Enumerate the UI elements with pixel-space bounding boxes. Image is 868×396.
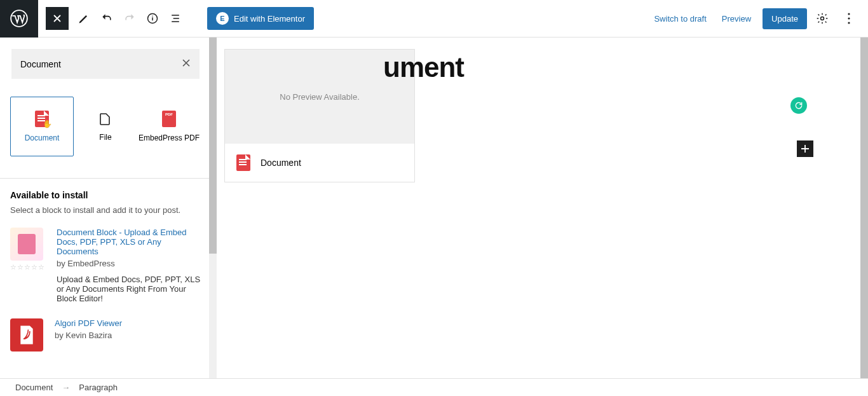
add-block-button[interactable] bbox=[797, 140, 813, 157]
plugin-author: by EmbedPress bbox=[57, 259, 201, 268]
edit-with-elementor-button[interactable]: E Edit with Elementor bbox=[207, 7, 314, 30]
plugin-thumbnail bbox=[10, 318, 43, 352]
pdf-block-icon: PDF bbox=[162, 111, 176, 127]
block-item-embedpress-pdf[interactable]: PDF EmbedPress PDF bbox=[137, 97, 201, 156]
canvas-scrollbar[interactable] bbox=[860, 38, 868, 378]
block-results-grid: ✋ Document File PDF EmbedPress PDF bbox=[0, 79, 211, 169]
switch-to-draft-link[interactable]: Switch to draft bbox=[646, 14, 714, 24]
clear-search-icon[interactable] bbox=[182, 58, 191, 70]
block-inserter-sidebar: ✋ Document File PDF EmbedPress PDF Avail… bbox=[0, 38, 212, 378]
plugin-thumb-col: ☆☆☆☆☆ bbox=[10, 228, 45, 303]
elementor-icon: E bbox=[216, 12, 229, 25]
block-label: File bbox=[99, 133, 111, 142]
svg-point-4 bbox=[848, 17, 850, 19]
block-label: Document bbox=[25, 133, 60, 142]
breadcrumb-footer: Document → Paragraph bbox=[0, 378, 868, 396]
redo-icon bbox=[118, 7, 141, 30]
plugin-rating-stars: ☆☆☆☆☆ bbox=[10, 263, 45, 271]
breadcrumb-item[interactable]: Document bbox=[15, 383, 53, 392]
editor-topbar: E Edit with Elementor Switch to draft Pr… bbox=[0, 0, 868, 38]
available-to-install-section: Available to install Select a block to i… bbox=[0, 179, 211, 352]
more-options-icon[interactable] bbox=[837, 7, 860, 30]
edit-tool-icon[interactable] bbox=[72, 7, 95, 30]
plugin-item[interactable]: Algori PDF Viewer by Kevin Bazira bbox=[10, 318, 201, 352]
block-search-row bbox=[11, 49, 200, 79]
plugin-name-link[interactable]: Document Block - Upload & Embed Docs, PD… bbox=[57, 228, 201, 256]
wordpress-logo[interactable] bbox=[0, 0, 38, 38]
close-inserter-button[interactable] bbox=[46, 7, 69, 30]
info-icon[interactable] bbox=[141, 7, 164, 30]
available-subtitle: Select a block to install and add it to … bbox=[10, 205, 201, 215]
svg-point-2 bbox=[821, 17, 824, 20]
preview-link[interactable]: Preview bbox=[714, 14, 759, 24]
plugin-thumbnail bbox=[10, 228, 43, 261]
file-block-icon bbox=[98, 111, 113, 126]
chevron-right-icon: → bbox=[62, 383, 70, 392]
plugin-description: Upload & Embed Docs, PDF, PPT, XLS or An… bbox=[57, 275, 201, 303]
block-item-document[interactable]: ✋ Document bbox=[10, 97, 74, 156]
update-button[interactable]: Update bbox=[763, 8, 807, 29]
elementor-label: Edit with Elementor bbox=[234, 14, 305, 24]
svg-point-3 bbox=[848, 13, 850, 15]
breadcrumb-item[interactable]: Paragraph bbox=[79, 383, 118, 392]
block-label: EmbedPress PDF bbox=[139, 133, 200, 142]
plugin-author: by Kevin Bazira bbox=[55, 331, 201, 340]
editor-canvas[interactable]: ument No Preview Available. Document bbox=[212, 38, 868, 378]
plugin-thumb-col bbox=[10, 318, 43, 352]
undo-icon[interactable] bbox=[95, 7, 118, 30]
document-icon bbox=[236, 154, 250, 171]
svg-point-5 bbox=[848, 22, 850, 24]
preview-block-label: Document bbox=[261, 158, 301, 168]
available-title: Available to install bbox=[10, 190, 201, 200]
plugin-name-link[interactable]: Algori PDF Viewer bbox=[55, 318, 201, 328]
preview-block-label-row: Document bbox=[225, 144, 414, 182]
cursor-overlay-icon: ✋ bbox=[43, 119, 52, 128]
block-item-file[interactable]: File bbox=[74, 97, 137, 156]
grammarly-icon[interactable] bbox=[790, 97, 807, 114]
outline-icon[interactable] bbox=[164, 7, 187, 30]
block-search-input[interactable] bbox=[20, 59, 182, 69]
plugin-item[interactable]: ☆☆☆☆☆ Document Block - Upload & Embed Do… bbox=[10, 228, 201, 303]
settings-gear-icon[interactable] bbox=[811, 7, 834, 30]
post-title-fragment: ument bbox=[383, 51, 464, 83]
